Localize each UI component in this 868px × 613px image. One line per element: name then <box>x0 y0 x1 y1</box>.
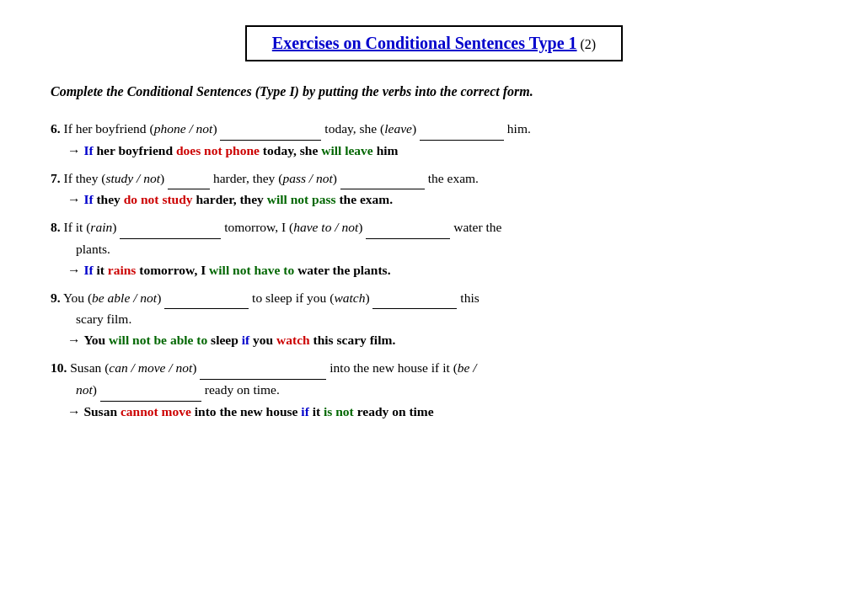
exercise-7-question: 7. If they (study / not) harder, they (p… <box>51 168 817 190</box>
exercise-10: 10. Susan (can / move / not) into the ne… <box>51 358 817 422</box>
exercise-9-answer: → You will not be able to sleep if you w… <box>51 330 817 351</box>
title-box: Exercises on Conditional Sentences Type … <box>245 25 623 61</box>
title-container: Exercises on Conditional Sentences Type … <box>51 25 817 61</box>
exercise-8: 8. If it (rain) tomorrow, I (have to / n… <box>51 217 817 280</box>
exercise-7: 7. If they (study / not) harder, they (p… <box>51 168 817 211</box>
exercise-8-question: 8. If it (rain) tomorrow, I (have to / n… <box>51 217 817 260</box>
exercise-9: 9. You (be able / not) to sleep if you (… <box>51 288 817 351</box>
instruction-text: Complete the Conditional Sentences (Type… <box>51 82 817 102</box>
exercises-container: 6. If her boyfriend (phone / not) today,… <box>51 119 817 422</box>
main-title: Exercises on Conditional Sentences Type … <box>272 34 577 52</box>
exercise-9-question: 9. You (be able / not) to sleep if you (… <box>51 288 817 331</box>
exercise-10-answer: → Susan cannot move into the new house i… <box>51 402 817 423</box>
title-sub: (2) <box>581 37 597 51</box>
exercise-7-answer: → If they do not study harder, they will… <box>51 189 817 211</box>
exercise-6: 6. If her boyfriend (phone / not) today,… <box>51 119 817 162</box>
exercise-10-question: 10. Susan (can / move / not) into the ne… <box>51 358 817 402</box>
exercise-6-question: 6. If her boyfriend (phone / not) today,… <box>51 119 817 141</box>
exercise-6-answer: → If her boyfriend does not phone today,… <box>51 141 817 162</box>
exercise-8-answer: → If it rains tomorrow, I will not have … <box>51 260 817 281</box>
